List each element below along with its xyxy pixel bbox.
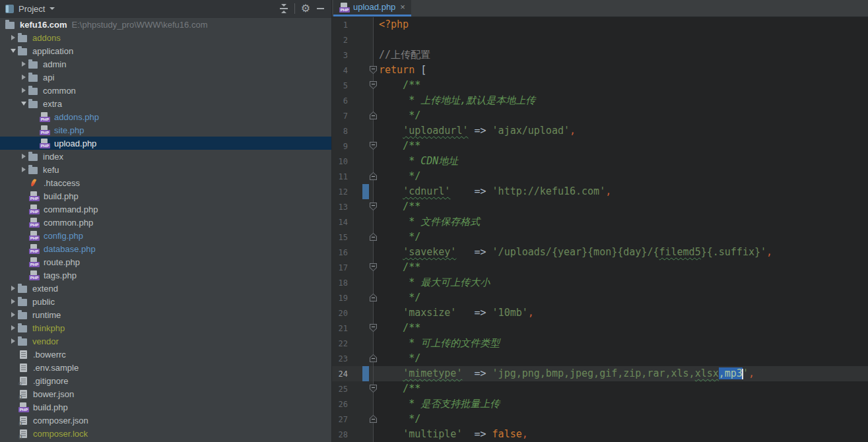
- tree-item-kefu[interactable]: kefu: [0, 163, 331, 176]
- tree-item-runtime[interactable]: runtime: [0, 308, 331, 321]
- tree-item-.bowerrc[interactable]: .bowerrc: [0, 348, 331, 361]
- code-line-8[interactable]: 8 'uploadurl' => 'ajax/upload',: [332, 123, 868, 139]
- code-text[interactable]: */: [374, 412, 868, 427]
- tree-item-upload.php[interactable]: PHPupload.php: [0, 137, 331, 150]
- editor-tab-upload-php[interactable]: PHP upload.php ×: [333, 0, 411, 16]
- settings-button[interactable]: ⚙: [298, 2, 313, 15]
- code-text[interactable]: * 最大可上传大小: [374, 275, 868, 290]
- tree-item-command.php[interactable]: PHPcommand.php: [0, 203, 331, 216]
- chevron-collapsed-icon[interactable]: [18, 154, 28, 159]
- code-text[interactable]: /**: [374, 78, 868, 93]
- tree-item-site.php[interactable]: PHPsite.php: [0, 123, 331, 137]
- code-line-26[interactable]: 26 * 是否支持批量上传: [332, 396, 868, 412]
- tree-item-common[interactable]: common: [0, 84, 331, 97]
- fold-start-icon[interactable]: [370, 81, 377, 89]
- tree-item-database.php[interactable]: PHPdatabase.php: [0, 242, 331, 255]
- fold-start-icon[interactable]: [370, 324, 377, 332]
- close-icon[interactable]: ×: [400, 3, 405, 11]
- chevron-collapsed-icon[interactable]: [18, 75, 28, 80]
- code-line-12[interactable]: 12 'cdnurl' => 'http://kefu16.com',: [332, 184, 868, 199]
- code-line-23[interactable]: 23 */: [332, 351, 868, 366]
- chevron-collapsed-icon[interactable]: [18, 88, 28, 93]
- chevron-expanded-icon[interactable]: [18, 102, 28, 106]
- chevron-collapsed-icon[interactable]: [8, 312, 18, 317]
- chevron-collapsed-icon[interactable]: [8, 35, 18, 40]
- code-line-11[interactable]: 11 */: [332, 169, 868, 184]
- code-line-15[interactable]: 15 */: [332, 230, 868, 245]
- code-text[interactable]: /**: [374, 260, 868, 275]
- fold-end-icon[interactable]: [370, 294, 377, 301]
- tree-item-bower.json[interactable]: {}bower.json: [0, 387, 331, 400]
- chevron-collapsed-icon[interactable]: [8, 325, 18, 331]
- chevron-collapsed-icon[interactable]: [18, 61, 28, 67]
- fold-start-icon[interactable]: [370, 385, 377, 393]
- code-text[interactable]: */: [374, 230, 868, 245]
- tree-item-common.php[interactable]: PHPcommon.php: [0, 216, 331, 229]
- tree-item-config.php[interactable]: PHPconfig.php: [0, 229, 331, 242]
- tree-item-extra[interactable]: extra: [0, 97, 331, 110]
- collapse-all-button[interactable]: [277, 2, 291, 15]
- chevron-collapsed-icon[interactable]: [18, 167, 28, 172]
- code-line-25[interactable]: 25 /**: [332, 381, 868, 396]
- tree-item-thinkphp[interactable]: thinkphp: [0, 321, 331, 334]
- chevron-down-icon[interactable]: [50, 7, 55, 10]
- fold-start-icon[interactable]: [370, 66, 377, 74]
- code-line-4[interactable]: 4return [: [332, 63, 868, 78]
- code-line-6[interactable]: 6 * 上传地址,默认是本地上传: [332, 93, 868, 108]
- chevron-collapsed-icon[interactable]: [8, 286, 18, 291]
- tree-item-tags.php[interactable]: PHPtags.php: [0, 268, 331, 282]
- code-line-27[interactable]: 27 */: [332, 412, 868, 427]
- code-text[interactable]: 'uploadurl' => 'ajax/upload',: [374, 123, 868, 139]
- tree-item-build.php[interactable]: PHPbuild.php: [0, 400, 331, 414]
- tree-item-.env.sample[interactable]: .env.sample: [0, 361, 331, 374]
- code-line-19[interactable]: 19 */: [332, 290, 868, 305]
- fold-end-icon[interactable]: [370, 415, 377, 423]
- code-line-10[interactable]: 10 * CDN地址: [332, 154, 868, 169]
- code-line-1[interactable]: 1<?php: [332, 17, 868, 32]
- code-text[interactable]: //上传配置: [374, 47, 868, 63]
- code-line-3[interactable]: 3//上传配置: [332, 47, 868, 63]
- code-line-28[interactable]: 28 'multiple' => false,: [332, 427, 868, 442]
- tree-item-route.php[interactable]: PHProute.php: [0, 255, 331, 268]
- tree-item-extend[interactable]: extend: [0, 282, 331, 295]
- code-text[interactable]: * CDN地址: [374, 154, 868, 169]
- fold-start-icon[interactable]: [370, 203, 377, 210]
- code-text[interactable]: 'savekey' => '/uploads/{year}{mon}{day}/…: [374, 245, 868, 260]
- code-text[interactable]: <?php: [374, 17, 868, 32]
- chevron-expanded-icon[interactable]: [8, 49, 18, 53]
- tree-item-build.php[interactable]: PHPbuild.php: [0, 189, 331, 203]
- tree-item-.gitignore[interactable]: ⊘.gitignore: [0, 374, 331, 387]
- tree-item-addons[interactable]: addons: [0, 31, 331, 44]
- code-text[interactable]: */: [374, 108, 868, 123]
- tree-item-.htaccess[interactable]: .htaccess: [0, 176, 331, 189]
- code-text[interactable]: 'cdnurl' => 'http://kefu16.com',: [374, 184, 868, 199]
- fold-end-icon[interactable]: [370, 111, 377, 119]
- tree-item-addons.php[interactable]: PHPaddons.php: [0, 110, 331, 123]
- code-line-24[interactable]: 24 'mimetype' => 'jpg,png,bmp,jpeg,gif,z…: [332, 366, 868, 381]
- code-line-22[interactable]: 22 * 可上传的文件类型: [332, 336, 868, 351]
- code-text[interactable]: 'multiple' => false,: [374, 427, 868, 442]
- code-line-16[interactable]: 16 'savekey' => '/uploads/{year}{mon}{da…: [332, 245, 868, 260]
- code-text[interactable]: /**: [374, 139, 868, 154]
- tree-item-admin[interactable]: admin: [0, 57, 331, 71]
- code-text[interactable]: /**: [374, 321, 868, 336]
- chevron-collapsed-icon[interactable]: [8, 299, 18, 304]
- fold-end-icon[interactable]: [370, 354, 377, 362]
- hide-panel-button[interactable]: [313, 2, 327, 15]
- fold-end-icon[interactable]: [370, 172, 377, 180]
- code-line-17[interactable]: 17 /**: [332, 260, 868, 275]
- code-text[interactable]: */: [374, 169, 868, 184]
- code-line-18[interactable]: 18 * 最大可上传大小: [332, 275, 868, 290]
- code-text[interactable]: * 上传地址,默认是本地上传: [374, 93, 868, 108]
- code-line-14[interactable]: 14 * 文件保存格式: [332, 214, 868, 230]
- tree-item-composer.json[interactable]: {}composer.json: [0, 414, 331, 427]
- code-line-9[interactable]: 9 /**: [332, 139, 868, 154]
- code-line-7[interactable]: 7 */: [332, 108, 868, 123]
- code-text[interactable]: */: [374, 290, 868, 305]
- code-line-5[interactable]: 5 /**: [332, 78, 868, 93]
- tree-item-api[interactable]: api: [0, 71, 331, 84]
- code-text[interactable]: [374, 32, 868, 47]
- code-text[interactable]: */: [374, 351, 868, 366]
- code-text[interactable]: * 可上传的文件类型: [374, 336, 868, 351]
- code-text[interactable]: * 是否支持批量上传: [374, 396, 868, 412]
